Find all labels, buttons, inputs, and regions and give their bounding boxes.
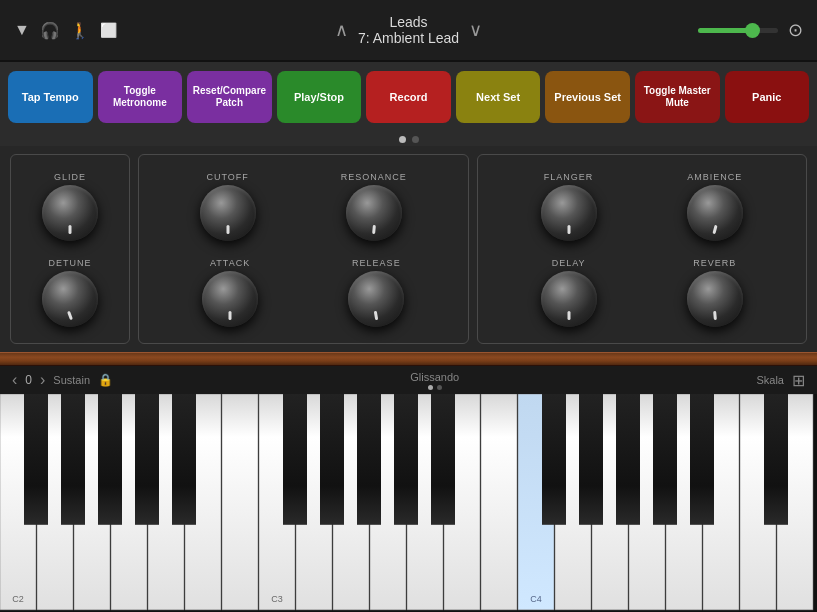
svg-text:C2: C2 [12,593,23,603]
svg-rect-35 [542,394,566,525]
keyboard-controls: ‹ 0 › Sustain 🔒 Glissando Skala ⊞ [0,366,817,394]
volume-thumb[interactable] [745,23,760,38]
flanger-knob[interactable] [541,185,597,241]
button-row: Tap Tempo ToggleMetronome Reset/CompareP… [0,62,817,132]
glide-label: GLIDE [54,172,86,182]
svg-rect-15 [481,394,517,610]
resonance-label: RESONANCE [341,172,407,182]
svg-rect-38 [653,394,677,525]
knobs-area: GLIDE DETUNE CUTOFF [0,146,817,352]
kb-center-controls: Glissando [410,371,459,390]
kb-page-dots [428,385,442,390]
play-stop-button[interactable]: Play/Stop [277,71,362,123]
kb-right-controls: Skala ⊞ [756,371,805,390]
svg-rect-30 [283,394,307,525]
release-label: RELEASE [352,258,401,268]
flanger-group: FLANGER [541,172,597,241]
resonance-group: RESONANCE [341,172,407,241]
record-button[interactable]: Record [366,71,451,123]
cutoff-group: CUTOFF [200,172,256,241]
delay-label: DELAY [552,258,586,268]
patch-category: Leads [358,14,459,30]
reverb-label: REVERB [693,258,736,268]
svg-rect-26 [61,394,85,525]
kb-lock-icon[interactable]: 🔒 [98,373,113,387]
detune-group: DETUNE [42,258,98,327]
cutoff-label: CUTOFF [206,172,248,182]
piano-keyboard[interactable]: C2 C3 [0,394,817,612]
center-bottom-row: ATTACK RELEASE [157,258,450,327]
glide-knob[interactable] [42,185,98,241]
page-dot-2[interactable] [412,136,419,143]
black-keys-group[interactable] [24,394,788,525]
piano-svg: C2 C3 [0,394,817,612]
volume-fill [698,28,750,33]
svg-text:C3: C3 [271,593,282,603]
page-dot-1[interactable] [399,136,406,143]
release-knob[interactable] [348,271,404,327]
kb-octave-value: 0 [25,373,32,387]
prev-patch-arrow[interactable]: ∧ [335,19,348,41]
skala-label: Skala [756,374,784,386]
cutoff-knob[interactable] [200,185,256,241]
svg-rect-25 [24,394,48,525]
glide-group: GLIDE [42,172,98,241]
left-panel: GLIDE DETUNE [10,154,130,344]
headphone-icon[interactable]: 🎧 [40,21,60,40]
delay-group: DELAY [541,258,597,327]
svg-rect-39 [690,394,714,525]
kb-dot-2[interactable] [437,385,442,390]
right-top-row: FLANGER AMBIENCE [496,172,789,241]
svg-rect-27 [98,394,122,525]
patch-title-block: Leads 7: Ambient Lead [358,14,459,46]
ambience-label: AMBIENCE [687,172,742,182]
svg-rect-34 [431,394,455,525]
svg-rect-40 [764,394,788,525]
ambience-knob[interactable] [687,185,743,241]
right-bottom-row: DELAY REVERB [496,258,789,327]
kb-left-controls: ‹ 0 › Sustain 🔒 [12,371,113,389]
panic-button[interactable]: Panic [725,71,810,123]
dropdown-icon[interactable]: ▼ [14,21,30,39]
svg-rect-32 [357,394,381,525]
volume-track[interactable] [698,28,778,33]
detune-knob[interactable] [42,271,98,327]
kb-grid-icon[interactable]: ⊞ [792,371,805,390]
kb-prev-arrow[interactable]: ‹ [12,371,17,389]
attack-group: ATTACK [202,258,258,327]
reset-compare-button[interactable]: Reset/ComparePatch [187,71,272,123]
toggle-mute-button[interactable]: Toggle MasterMute [635,71,720,123]
previous-set-button[interactable]: Previous Set [545,71,630,123]
ambience-group: AMBIENCE [687,172,743,241]
resonance-knob[interactable] [346,185,402,241]
delay-knob[interactable] [541,271,597,327]
top-bar-left: ▼ 🎧 🚶 ⬜ [14,21,144,40]
right-panel: FLANGER AMBIENCE DELAY [477,154,808,344]
kb-dot-1[interactable] [428,385,433,390]
next-patch-arrow[interactable]: ∨ [469,19,482,41]
detune-label: DETUNE [48,258,91,268]
svg-rect-37 [616,394,640,525]
kb-next-arrow[interactable]: › [40,371,45,389]
svg-rect-29 [172,394,196,525]
settings-icon[interactable]: ⊙ [788,19,803,41]
patch-name: 7: Ambient Lead [358,30,459,46]
attack-label: ATTACK [210,258,250,268]
kb-sustain-label: Sustain [53,374,90,386]
page-dots [0,132,817,146]
center-panel: CUTOFF RESONANCE ATTACK [138,154,469,344]
top-bar-right: ⊙ [673,19,803,41]
window-icon[interactable]: ⬜ [100,22,117,38]
attack-knob[interactable] [202,271,258,327]
center-top-row: CUTOFF RESONANCE [157,172,450,241]
top-bar: ▼ 🎧 🚶 ⬜ ∧ Leads 7: Ambient Lead ∨ ⊙ [0,0,817,62]
app-container: ▼ 🎧 🚶 ⬜ ∧ Leads 7: Ambient Lead ∨ ⊙ T [0,0,817,612]
toggle-metronome-button[interactable]: ToggleMetronome [98,71,183,123]
person-icon[interactable]: 🚶 [70,21,90,40]
tap-tempo-button[interactable]: Tap Tempo [8,71,93,123]
reverb-knob[interactable] [687,271,743,327]
volume-control[interactable] [698,28,778,33]
next-set-button[interactable]: Next Set [456,71,541,123]
svg-rect-36 [579,394,603,525]
svg-rect-28 [135,394,159,525]
